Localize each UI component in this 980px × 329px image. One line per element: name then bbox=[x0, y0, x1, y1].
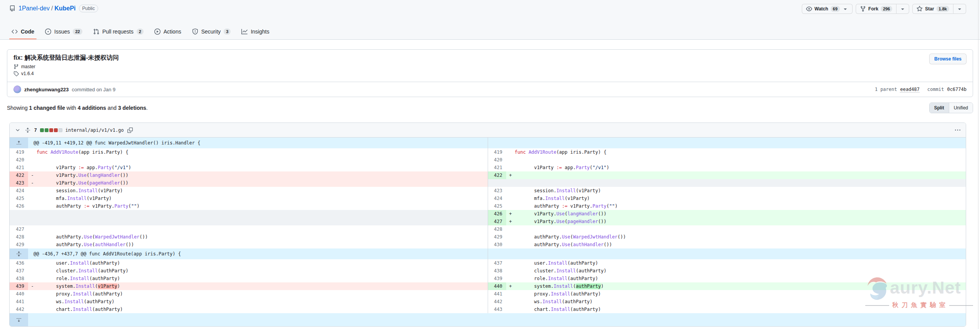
code-token: Use bbox=[556, 219, 565, 224]
line-number[interactable]: 436 bbox=[10, 259, 28, 267]
line-number[interactable]: 421 bbox=[488, 164, 506, 171]
page-scrollbar[interactable] bbox=[978, 0, 978, 329]
repo-name-link[interactable]: KubePi bbox=[54, 5, 75, 12]
diff-marker bbox=[28, 187, 37, 195]
code-token: AddV1Route bbox=[50, 149, 78, 155]
expand-hunk-button[interactable] bbox=[10, 138, 28, 148]
watch-button[interactable]: Watch69 bbox=[802, 4, 853, 14]
tag-name[interactable]: v1.6.4 bbox=[21, 71, 34, 76]
fork-button[interactable]: Fork296 bbox=[856, 4, 896, 14]
line-number[interactable]: 443 bbox=[488, 306, 506, 313]
hunk-header-row: @@ -419,11 +419,12 @@ func WarpedJwtHand… bbox=[10, 138, 966, 148]
expand-down-button[interactable] bbox=[10, 313, 28, 326]
code-line: proxy.Install(authParty) bbox=[506, 290, 966, 298]
parent-sha-link[interactable]: eead487 bbox=[900, 87, 920, 92]
line-number[interactable]: 439 bbox=[488, 275, 506, 282]
unified-view-button[interactable]: Unified bbox=[949, 103, 973, 113]
code-token: ws. bbox=[37, 299, 64, 304]
file-expand-all-button[interactable] bbox=[24, 127, 31, 134]
line-number[interactable]: 440 bbox=[488, 282, 506, 290]
line-number[interactable]: 423 bbox=[10, 179, 28, 187]
code-token: authParty bbox=[576, 284, 601, 289]
split-view-button[interactable]: Split bbox=[930, 103, 949, 113]
line-number[interactable]: 425 bbox=[10, 195, 28, 202]
line-number[interactable]: 426 bbox=[488, 210, 506, 218]
code-token: ()) bbox=[598, 211, 607, 217]
fold-down-icon bbox=[16, 317, 22, 322]
code-token: pageHandler bbox=[567, 219, 598, 224]
diff-marker: + bbox=[506, 218, 515, 225]
star-button[interactable]: Star1.8k bbox=[912, 4, 953, 14]
diff-marker: - bbox=[28, 282, 37, 290]
tab-security[interactable]: Security3 bbox=[187, 24, 236, 39]
line-number[interactable]: 422 bbox=[10, 171, 28, 179]
copy-path-button[interactable] bbox=[127, 127, 134, 134]
code-token: Party bbox=[98, 165, 112, 170]
file-collapse-button[interactable] bbox=[14, 127, 21, 134]
diff-marker bbox=[506, 290, 515, 298]
tab-code[interactable]: Code bbox=[6, 24, 40, 39]
tab-issues[interactable]: Issues22 bbox=[40, 24, 88, 39]
tag-icon bbox=[13, 71, 19, 76]
code-line: authParty.Use(WarpedJwtHandler()) bbox=[28, 233, 488, 241]
line-number[interactable]: 439 bbox=[10, 282, 28, 290]
line-number[interactable]: 442 bbox=[10, 306, 28, 313]
line-number[interactable]: 441 bbox=[488, 290, 506, 298]
line-number[interactable]: 429 bbox=[488, 233, 506, 241]
line-number[interactable]: 424 bbox=[10, 187, 28, 195]
line-number[interactable]: 421 bbox=[10, 164, 28, 171]
line-number[interactable]: 424 bbox=[488, 195, 506, 202]
line-number[interactable]: 429 bbox=[10, 241, 28, 248]
line-number[interactable]: 441 bbox=[10, 298, 28, 306]
action-label: Fork bbox=[868, 6, 878, 12]
code-token: user. bbox=[37, 260, 70, 266]
line-number[interactable]: 428 bbox=[10, 233, 28, 241]
tab-insights[interactable]: Insights bbox=[236, 24, 274, 39]
commit-footer: zhengkunwang223 committed on Jan 9 1 par… bbox=[7, 82, 973, 97]
line-number[interactable]: 427 bbox=[488, 218, 506, 225]
star-dropdown-button[interactable] bbox=[953, 4, 966, 14]
diff-row: 440 proxy.Install(authParty)441 proxy.In… bbox=[10, 290, 966, 298]
line-number[interactable]: 420 bbox=[10, 156, 28, 164]
browse-files-button[interactable]: Browse files bbox=[929, 54, 967, 64]
code-token: ws. bbox=[515, 299, 542, 304]
expand-hunk-button[interactable] bbox=[10, 248, 28, 259]
file-path[interactable]: internal/api/v1/v1.go bbox=[65, 128, 124, 133]
repo-title: 1Panel-dev/KubePi bbox=[18, 5, 76, 12]
line-number[interactable]: 419 bbox=[488, 148, 506, 156]
commit-shas: 1 parent eead487 commit 0c6774b bbox=[875, 87, 967, 92]
code-line: user.Install(authParty) bbox=[506, 259, 966, 267]
line-number[interactable]: 438 bbox=[488, 267, 506, 275]
file-options-button[interactable] bbox=[954, 127, 961, 134]
commit-author[interactable]: zhengkunwang223 bbox=[24, 87, 69, 92]
code-line bbox=[506, 225, 966, 233]
line-number[interactable]: 440 bbox=[10, 290, 28, 298]
line-number[interactable]: 430 bbox=[488, 241, 506, 248]
line-number[interactable]: 420 bbox=[488, 156, 506, 164]
fork-dropdown-button[interactable] bbox=[896, 4, 909, 14]
line-number[interactable]: 428 bbox=[488, 225, 506, 233]
tab-label: Actions bbox=[164, 29, 181, 35]
line-number[interactable]: 437 bbox=[10, 267, 28, 275]
line-number[interactable]: 437 bbox=[488, 259, 506, 267]
author-avatar[interactable] bbox=[13, 86, 21, 93]
diff-marker: + bbox=[506, 210, 515, 218]
code-token: := bbox=[84, 203, 89, 209]
line-number[interactable]: 427 bbox=[10, 225, 28, 233]
line-number[interactable]: 442 bbox=[488, 298, 506, 306]
line-number[interactable]: 438 bbox=[10, 275, 28, 282]
diff-marker: + bbox=[506, 282, 515, 290]
line-number[interactable]: 419 bbox=[10, 148, 28, 156]
line-number[interactable]: 426 bbox=[10, 202, 28, 210]
tab-actions[interactable]: Actions bbox=[149, 24, 187, 39]
tab-pull-requests[interactable]: Pull requests2 bbox=[88, 24, 149, 39]
line-number[interactable]: 425 bbox=[488, 202, 506, 210]
code-token: "" bbox=[609, 203, 615, 209]
code-token: authParty bbox=[515, 203, 562, 209]
line-number[interactable]: 422 bbox=[488, 171, 506, 179]
repo-owner-link[interactable]: 1Panel-dev bbox=[18, 5, 50, 12]
branch-name[interactable]: master bbox=[21, 64, 35, 69]
code-line: session.Install(v1Party) bbox=[28, 187, 488, 195]
code-token: Install bbox=[70, 260, 90, 266]
line-number[interactable]: 423 bbox=[488, 187, 506, 195]
